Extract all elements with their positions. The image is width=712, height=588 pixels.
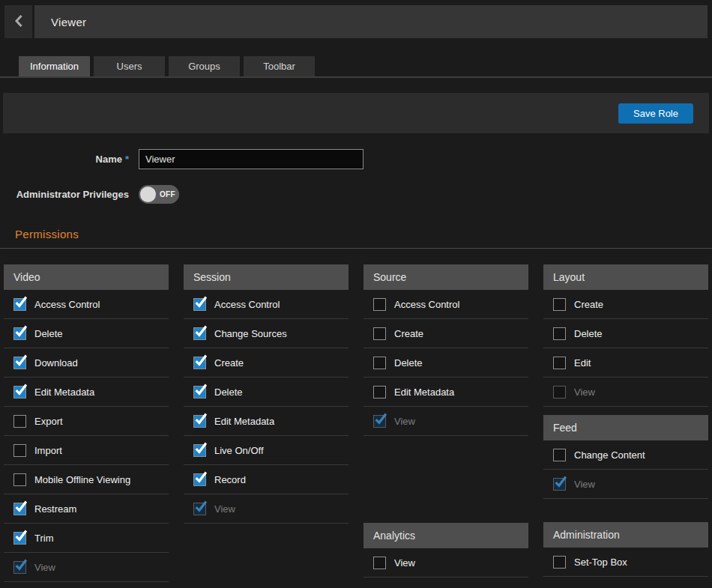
- permission-item: View: [543, 470, 708, 499]
- back-button[interactable]: [4, 5, 34, 38]
- checkbox-feed-view: [553, 478, 566, 491]
- checkbox-video-edit-metadata[interactable]: [13, 386, 26, 398]
- permission-item: Change Sources: [184, 319, 349, 348]
- permission-label: Edit Metadata: [394, 387, 454, 398]
- permission-label: View: [394, 557, 415, 569]
- permission-label: View: [574, 479, 595, 490]
- group-header-layout: Layout: [543, 264, 708, 290]
- permission-group-session: SessionAccess ControlChange SourcesCreat…: [184, 264, 349, 524]
- tab-bar: InformationUsersGroupsToolbar: [0, 56, 712, 78]
- permission-label: View: [34, 562, 55, 573]
- checkbox-administration-set-top-box[interactable]: [553, 556, 566, 569]
- permission-item: Delete: [184, 378, 349, 407]
- permission-item: Access Control: [4, 290, 169, 319]
- permission-label: Export: [34, 416, 63, 427]
- chevron-left-icon: [15, 15, 22, 29]
- checkbox-video-view: [13, 561, 26, 574]
- checkbox-source-edit-metadata[interactable]: [373, 386, 386, 398]
- action-bar: Save Role: [3, 93, 709, 133]
- checkbox-video-import[interactable]: [13, 444, 26, 457]
- group-header-source: Source: [363, 264, 528, 290]
- checkbox-video-download[interactable]: [13, 357, 26, 369]
- permission-label: Record: [214, 474, 246, 485]
- permission-label: Change Sources: [214, 328, 287, 339]
- permission-item: Edit Metadata: [184, 407, 349, 436]
- permission-item: Delete: [363, 348, 528, 378]
- permission-item: View: [543, 378, 708, 407]
- checkbox-feed-change-content[interactable]: [553, 449, 566, 461]
- checkbox-layout-delete[interactable]: [553, 327, 566, 340]
- permission-label: Create: [214, 357, 244, 369]
- permission-label: Import: [34, 445, 62, 456]
- checkbox-session-create[interactable]: [193, 357, 206, 369]
- permissions-divider: [0, 248, 712, 249]
- checkbox-session-edit-metadata[interactable]: [193, 415, 206, 428]
- checkbox-session-delete[interactable]: [193, 386, 206, 398]
- group-header-analytics: Analytics: [363, 523, 528, 548]
- required-asterisk: *: [125, 154, 129, 165]
- checkbox-source-create[interactable]: [373, 327, 386, 340]
- permissions-column: SourceAccess ControlCreateDeleteEdit Met…: [363, 264, 528, 582]
- checkbox-session-access-control[interactable]: [193, 298, 206, 311]
- checkbox-video-delete[interactable]: [13, 327, 26, 340]
- permission-item: Create: [543, 290, 708, 319]
- permission-group-feed: FeedChange ContentView: [543, 415, 708, 499]
- tab-groups[interactable]: Groups: [169, 56, 240, 76]
- checkbox-video-trim[interactable]: [13, 532, 26, 545]
- permission-label: Delete: [214, 387, 243, 398]
- checkbox-video-export[interactable]: [13, 415, 26, 428]
- group-header-session: Session: [184, 264, 349, 290]
- permission-item: Edit Metadata: [4, 378, 169, 407]
- checkbox-session-record[interactable]: [193, 473, 206, 486]
- name-input[interactable]: [139, 149, 363, 169]
- group-header-video: Video: [4, 264, 169, 290]
- permission-item: Live On/Off: [184, 436, 349, 465]
- checkbox-layout-view: [553, 386, 566, 398]
- checkbox-source-access-control[interactable]: [373, 298, 386, 311]
- checkbox-analytics-view[interactable]: [373, 557, 386, 569]
- permission-item: Delete: [543, 319, 708, 348]
- permission-item: Access Control: [363, 290, 528, 319]
- checkbox-source-delete[interactable]: [373, 357, 386, 369]
- tab-users[interactable]: Users: [94, 56, 165, 76]
- tab-toolbar[interactable]: Toolbar: [244, 56, 315, 76]
- checkbox-session-change-sources[interactable]: [193, 327, 206, 340]
- checkbox-layout-create[interactable]: [553, 298, 566, 311]
- permission-label: View: [394, 416, 415, 427]
- save-role-button[interactable]: Save Role: [618, 103, 693, 124]
- admin-privileges-label: Administrator Privileges: [0, 189, 129, 200]
- permission-item: Record: [184, 465, 349, 494]
- permission-item: Import: [4, 436, 169, 465]
- permissions-column: VideoAccess ControlDeleteDownloadEdit Me…: [4, 264, 169, 582]
- checkbox-video-restream[interactable]: [13, 503, 26, 515]
- permission-item: Trim: [4, 524, 169, 553]
- permission-item: View: [184, 494, 349, 524]
- checkbox-video-access-control[interactable]: [13, 298, 26, 311]
- name-label: Name*: [0, 154, 129, 165]
- permission-item: Edit: [543, 348, 708, 378]
- toggle-state-label: OFF: [160, 190, 175, 198]
- permission-label: Access Control: [214, 299, 280, 310]
- permission-item: Download: [4, 348, 169, 378]
- permission-label: Delete: [394, 357, 423, 369]
- permission-item: Mobile Offline Viewing: [4, 465, 169, 494]
- checkbox-video-mobile-offline-viewing[interactable]: [13, 473, 26, 486]
- permission-label: Restream: [34, 503, 76, 515]
- permission-item: Edit Metadata: [363, 378, 528, 407]
- tab-information[interactable]: Information: [19, 56, 90, 76]
- permission-label: Mobile Offline Viewing: [34, 474, 130, 485]
- permission-label: Live On/Off: [214, 445, 264, 456]
- group-header-administration: Administration: [543, 522, 708, 548]
- permission-group-source: SourceAccess ControlCreateDeleteEdit Met…: [363, 264, 528, 436]
- permission-item: Create: [363, 319, 528, 348]
- permission-label: Create: [574, 299, 603, 310]
- permission-label: Create: [394, 328, 423, 339]
- permission-item: View: [4, 553, 169, 582]
- permission-item: Create: [184, 348, 349, 378]
- admin-privileges-toggle[interactable]: OFF: [139, 185, 179, 204]
- permission-label: Download: [34, 357, 78, 369]
- permissions-heading: Permissions: [15, 228, 712, 240]
- checkbox-layout-edit[interactable]: [553, 357, 566, 369]
- permission-group-analytics: AnalyticsView: [363, 523, 528, 578]
- checkbox-session-live-on-off[interactable]: [193, 444, 206, 457]
